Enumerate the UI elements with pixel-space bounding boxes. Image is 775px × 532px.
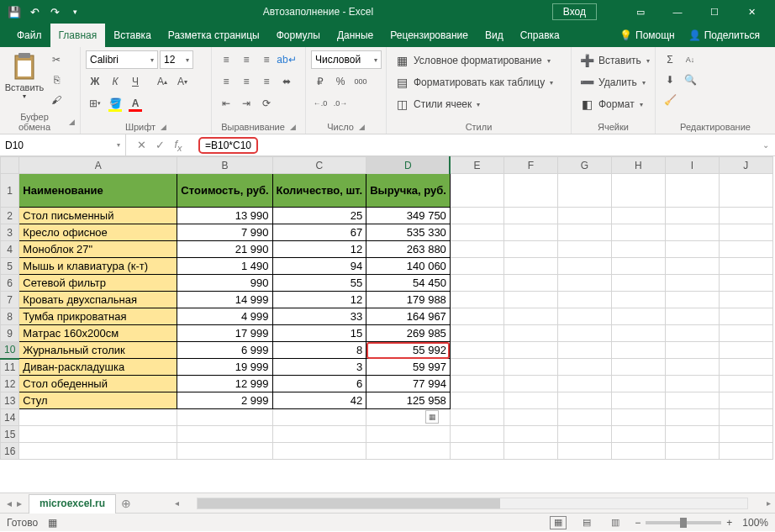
enter-formula-icon[interactable]: ✓ bbox=[151, 139, 168, 151]
cell[interactable]: Количество, шт. bbox=[272, 174, 366, 208]
page-layout-view-icon[interactable]: ▤ bbox=[577, 515, 596, 530]
maximize-icon[interactable]: ☐ bbox=[696, 0, 733, 24]
cell[interactable] bbox=[557, 426, 611, 443]
cell[interactable]: 13 990 bbox=[177, 208, 272, 224]
row-header[interactable]: 16 bbox=[1, 443, 19, 460]
cell[interactable] bbox=[719, 258, 772, 275]
borders-button[interactable]: ⊞▾ bbox=[86, 94, 104, 113]
scroll-left-icon[interactable]: ◂ bbox=[170, 498, 183, 508]
cell[interactable] bbox=[450, 376, 503, 392]
format-painter-icon[interactable]: 🖌 bbox=[47, 91, 66, 109]
font-color-button[interactable]: A bbox=[126, 94, 145, 113]
dialog-launcher-icon[interactable]: ◢ bbox=[161, 123, 166, 131]
cell[interactable] bbox=[503, 224, 557, 241]
cell[interactable] bbox=[450, 426, 503, 443]
orientation-icon[interactable]: ⟳ bbox=[257, 94, 276, 113]
cell[interactable]: Матрас 160х200см bbox=[19, 325, 177, 342]
cell[interactable] bbox=[366, 443, 451, 460]
cell[interactable] bbox=[272, 426, 366, 443]
cell[interactable] bbox=[557, 376, 611, 392]
insert-function-icon[interactable]: fx bbox=[170, 138, 187, 153]
cell[interactable]: 12 999 bbox=[177, 376, 272, 392]
cell[interactable]: 54 450 bbox=[366, 275, 451, 292]
align-center-icon[interactable]: ≡ bbox=[237, 72, 256, 91]
cell[interactable]: 7 990 bbox=[177, 224, 272, 241]
cell[interactable]: Стол письменный bbox=[19, 208, 177, 224]
cell[interactable] bbox=[450, 292, 503, 308]
cell[interactable]: 25 bbox=[272, 208, 366, 224]
cell[interactable] bbox=[366, 426, 451, 443]
cell[interactable]: 2 999 bbox=[177, 392, 272, 409]
cell[interactable] bbox=[503, 392, 557, 409]
underline-button[interactable]: Ч bbox=[126, 72, 145, 91]
increase-indent-icon[interactable]: ⇥ bbox=[237, 94, 256, 113]
cell[interactable]: Выручка, руб. bbox=[366, 174, 451, 208]
cell[interactable] bbox=[177, 426, 272, 443]
select-all-button[interactable] bbox=[1, 157, 19, 174]
cell[interactable]: Диван-раскладушка bbox=[19, 359, 177, 376]
cell[interactable]: 42 bbox=[272, 392, 366, 409]
sheet-nav-prev-icon[interactable]: ◂ bbox=[7, 498, 12, 509]
tell-me-button[interactable]: 💡Помощн bbox=[614, 29, 680, 41]
cell[interactable]: 6 bbox=[272, 376, 366, 392]
cell[interactable] bbox=[719, 275, 772, 292]
horizontal-scrollbar[interactable]: ◂ ▸ bbox=[136, 493, 775, 513]
cell[interactable] bbox=[611, 359, 665, 376]
align-top-icon[interactable]: ≡ bbox=[217, 50, 235, 69]
cell[interactable]: 179 988 bbox=[366, 292, 451, 308]
font-size-combo[interactable]: 12▾ bbox=[160, 50, 193, 69]
expand-formula-bar-icon[interactable]: ⌄ bbox=[757, 134, 775, 155]
cell[interactable]: Стул bbox=[19, 392, 177, 409]
scrollbar-thumb[interactable] bbox=[198, 498, 500, 508]
tab-home[interactable]: Главная bbox=[50, 24, 106, 47]
cell[interactable] bbox=[611, 275, 665, 292]
align-left-icon[interactable]: ≡ bbox=[217, 72, 235, 91]
cell[interactable] bbox=[719, 325, 772, 342]
tab-view[interactable]: Вид bbox=[477, 24, 512, 47]
cell[interactable] bbox=[557, 325, 611, 342]
insert-cells-button[interactable]: ➕Вставить▾ bbox=[577, 50, 653, 71]
find-select-icon[interactable]: 🔍 bbox=[681, 71, 699, 89]
cell[interactable] bbox=[503, 241, 557, 258]
cell[interactable] bbox=[665, 258, 719, 275]
normal-view-icon[interactable]: ▦ bbox=[549, 515, 567, 530]
cell[interactable] bbox=[611, 241, 665, 258]
column-header[interactable]: J bbox=[719, 157, 772, 174]
zoom-slider[interactable]: − + bbox=[635, 517, 732, 529]
cell[interactable] bbox=[503, 275, 557, 292]
row-header[interactable]: 15 bbox=[1, 426, 19, 443]
cell[interactable] bbox=[719, 409, 772, 426]
cell[interactable] bbox=[450, 275, 503, 292]
format-cells-button[interactable]: ◧Формат▾ bbox=[577, 94, 646, 114]
percent-format-icon[interactable]: % bbox=[331, 72, 350, 91]
cell[interactable]: 17 999 bbox=[177, 325, 272, 342]
cell[interactable] bbox=[450, 392, 503, 409]
name-box[interactable]: D10▾ bbox=[0, 134, 126, 155]
cell[interactable] bbox=[272, 409, 366, 426]
cell[interactable] bbox=[719, 426, 772, 443]
cell[interactable] bbox=[719, 241, 772, 258]
cell[interactable]: 12 bbox=[272, 292, 366, 308]
cell[interactable] bbox=[611, 224, 665, 241]
cell[interactable]: 4 999 bbox=[177, 308, 272, 325]
cell[interactable] bbox=[611, 208, 665, 224]
cell[interactable]: 164 967 bbox=[366, 308, 451, 325]
cell[interactable] bbox=[719, 292, 772, 308]
cell[interactable] bbox=[557, 275, 611, 292]
cell[interactable] bbox=[557, 174, 611, 208]
cell[interactable] bbox=[719, 392, 772, 409]
cell[interactable] bbox=[450, 359, 503, 376]
tab-file[interactable]: Файл bbox=[8, 24, 50, 47]
tab-insert[interactable]: Вставка bbox=[105, 24, 160, 47]
cell[interactable] bbox=[19, 426, 177, 443]
clear-icon[interactable]: 🧹 bbox=[661, 91, 679, 109]
cell[interactable] bbox=[611, 392, 665, 409]
cell[interactable]: 6 999 bbox=[177, 342, 272, 359]
row-header[interactable]: 2 bbox=[1, 208, 19, 224]
cell[interactable] bbox=[450, 409, 503, 426]
cell[interactable] bbox=[557, 308, 611, 325]
cell[interactable] bbox=[665, 325, 719, 342]
cell[interactable]: 269 985 bbox=[366, 325, 451, 342]
shrink-font-icon[interactable]: A▾ bbox=[173, 72, 192, 91]
cell[interactable] bbox=[503, 174, 557, 208]
